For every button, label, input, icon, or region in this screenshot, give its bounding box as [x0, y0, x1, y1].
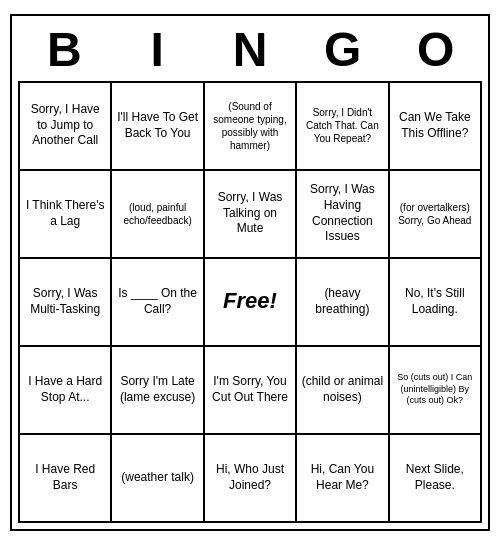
- bingo-cell-6: (loud, painful echo/feedback): [112, 171, 204, 259]
- bingo-cell-5: I Think There's a Lag: [20, 171, 112, 259]
- bingo-cell-24: Next Slide, Please.: [390, 435, 482, 523]
- bingo-cell-11: Is ____ On the Call?: [112, 259, 204, 347]
- bingo-cell-7: Sorry, I Was Talking on Mute: [205, 171, 297, 259]
- bingo-cell-18: (child or animal noises): [297, 347, 389, 435]
- bingo-cell-4: Can We Take This Offline?: [390, 83, 482, 171]
- bingo-cell-22: Hi, Who Just Joined?: [205, 435, 297, 523]
- bingo-cell-17: I'm Sorry, You Cut Out There: [205, 347, 297, 435]
- bingo-cell-12: Free!: [205, 259, 297, 347]
- bingo-cell-13: (heavy breathing): [297, 259, 389, 347]
- bingo-cell-10: Sorry, I Was Multi-Tasking: [20, 259, 112, 347]
- bingo-cell-1: I'll Have To Get Back To You: [112, 83, 204, 171]
- bingo-cell-8: Sorry, I Was Having Connection Issues: [297, 171, 389, 259]
- bingo-cell-14: No, It's Still Loading.: [390, 259, 482, 347]
- bingo-letter-i: I: [113, 22, 201, 77]
- bingo-cell-20: I Have Red Bars: [20, 435, 112, 523]
- bingo-grid: Sorry, I Have to Jump to Another CallI'l…: [18, 81, 482, 523]
- bingo-cell-15: I Have a Hard Stop At...: [20, 347, 112, 435]
- bingo-card: BINGO Sorry, I Have to Jump to Another C…: [10, 14, 490, 531]
- bingo-cell-23: Hi, Can You Hear Me?: [297, 435, 389, 523]
- bingo-cell-2: (Sound of someone typing, possibly with …: [205, 83, 297, 171]
- bingo-letter-b: B: [20, 22, 108, 77]
- bingo-cell-19: So (cuts out) I Can (unintelligible) By …: [390, 347, 482, 435]
- bingo-cell-0: Sorry, I Have to Jump to Another Call: [20, 83, 112, 171]
- bingo-cell-3: Sorry, I Didn't Catch That. Can You Repe…: [297, 83, 389, 171]
- bingo-letter-o: O: [392, 22, 480, 77]
- bingo-cell-16: Sorry I'm Late (lame excuse): [112, 347, 204, 435]
- bingo-cell-21: (weather talk): [112, 435, 204, 523]
- bingo-letter-g: G: [299, 22, 387, 77]
- bingo-letter-n: N: [206, 22, 294, 77]
- bingo-header: BINGO: [18, 22, 482, 77]
- bingo-cell-9: (for overtalkers) Sorry, Go Ahead: [390, 171, 482, 259]
